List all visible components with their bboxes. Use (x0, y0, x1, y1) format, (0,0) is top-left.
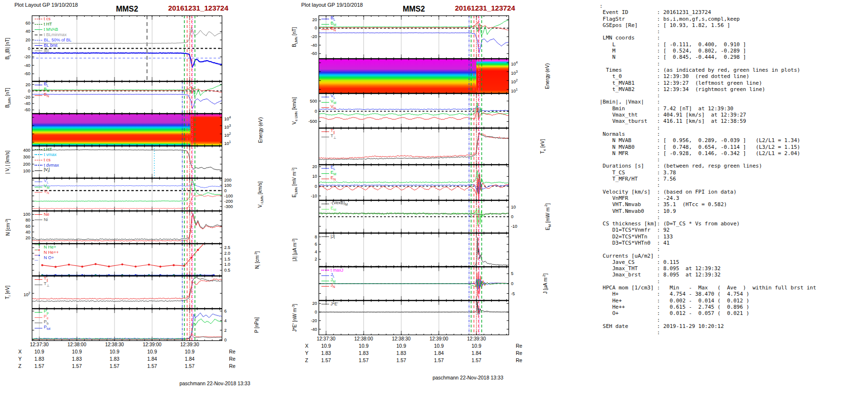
y-axis-label: EM [mW m-2] (544, 203, 551, 230)
x-tick-label: 12:38:00 (347, 336, 381, 341)
right-axis-gutter-j-mag (509, 233, 574, 267)
legend-line-sample (321, 304, 329, 304)
y-tick-label: -20 (24, 94, 30, 100)
left-time-axis: 12:37:3012:38:0012:38:3012:39:0012:39:30 (1, 341, 288, 348)
y-tick-label: -20 (24, 54, 30, 60)
left-axis-gutter-b-lmn: 200-20-40-60BLMN [nT] (288, 15, 319, 59)
vi-lmn-plot-group (32, 178, 222, 211)
legend-line-sample (35, 85, 42, 85)
panel-row-vexb-em: -(VexB)MEM100-10EM [mW m-2] (288, 200, 576, 233)
x-tick-label: 12:39:30 (460, 336, 493, 341)
position-value: 1.83 (387, 350, 416, 356)
right-axis-gutter-electron-spectrogram: 104103102101Energy (eV) (509, 59, 574, 93)
legend: VLVMVN (35, 179, 50, 195)
legend-line-sample (35, 317, 42, 318)
panel-frame (319, 234, 509, 267)
y-tick-label: 200 (23, 161, 30, 167)
legend-line-sample (35, 214, 42, 215)
position-unit: Re (229, 363, 235, 369)
y-axis-label: N [cm-3] (5, 219, 11, 235)
y-tick-label: 2 (224, 327, 227, 333)
legend-label: t BLminmax (44, 32, 67, 37)
legend-line-sample (35, 279, 42, 280)
legend-line-sample (35, 160, 42, 160)
legend-line-sample (35, 220, 42, 220)
legend-entry: Ne (35, 212, 50, 217)
y-tick-label: 0 (315, 183, 317, 189)
y-tick-label: 102 (224, 131, 231, 138)
y-tick-label: -60 (24, 71, 30, 77)
y-tick-label: -60 (311, 51, 317, 56)
plot-area-electron-temperature: T∥T⊥ (319, 128, 509, 165)
panel-frame (32, 244, 222, 276)
series-0-marker (41, 264, 43, 266)
position-value: 10.9 (25, 349, 54, 354)
event-info-panel: : Event ID : 20161231_123724 FlagStr : b… (576, 0, 868, 405)
plot-area-electron-spectrogram (319, 59, 509, 93)
plot-area-b-lmn: BLBMBN (319, 15, 509, 59)
legend-line-sample (321, 209, 329, 209)
panel-frame (32, 82, 222, 114)
position-unit: Re (516, 357, 522, 363)
y-tick-label: 100 (23, 211, 30, 217)
y-tick-label: -40 (24, 101, 30, 106)
j-lmn-plot-group (319, 267, 509, 300)
legend-entry: BL, 50% of BL (35, 38, 72, 42)
right-axis-gutter-density (222, 211, 288, 244)
position-value: 1.84 (175, 356, 204, 362)
plot-area-ion-temperature: T∥T⊥ (32, 276, 222, 309)
e-lmn-chart (319, 165, 509, 200)
y-tick-label: -500 (308, 118, 317, 124)
y-axis-label: J*E' [nW m-3] (292, 304, 297, 332)
right-axis-gutter-vi-mag (222, 146, 288, 178)
y-axis-label: Te [eV] (540, 139, 546, 154)
legend-label: t HT (44, 147, 52, 152)
y-tick-label: 100 (23, 168, 30, 174)
legend-label: Ne (44, 212, 50, 217)
panel-row-ve-lmn: 5000-500Ve LMN [km/s]VLVMVN (288, 93, 576, 128)
legend-entry: Ni (35, 217, 50, 222)
spectrogram-after (476, 59, 509, 93)
legend-entry: EM (321, 207, 348, 211)
middle-plot-column: Plot layout GP 19/10/2018 MMS2 20161231_… (288, 0, 576, 405)
plot-area-b-lmn: BLBMBN (32, 81, 222, 114)
y-tick-label: 0 (511, 214, 513, 220)
legend-label: EN (331, 175, 336, 182)
y-tick-label: 40 (26, 28, 30, 34)
vi-mag-plot-group (32, 146, 222, 178)
legend: PpPePbPtot (35, 310, 51, 331)
y-tick-label: 0 (315, 25, 317, 31)
position-row-X: X10.910.910.910.910.9Re (1, 348, 288, 355)
legend-line-sample (35, 182, 42, 182)
series-0-marker (108, 265, 110, 267)
series-2-line (319, 174, 509, 200)
legend-label: |B| (44, 48, 49, 53)
position-row-Z: Z1.571.571.571.571.57Re (1, 363, 288, 370)
series-0-line (42, 244, 204, 267)
position-value: 1.57 (63, 363, 91, 369)
legend-line-sample (35, 165, 42, 166)
plot-area-j-lmn: t maxJJLJMJN (319, 267, 509, 300)
right-axis-gutter-pressure: 6420P [nPa] (222, 309, 288, 341)
y-tick-label: 2.0 (224, 250, 230, 256)
left-axis-gutter-j-lmn (288, 267, 319, 300)
series-0-marker (173, 264, 175, 266)
series-1-line (32, 53, 222, 67)
series-0-line (32, 94, 222, 108)
left-axis-gutter-ion-temperature: 102Ti [eV] (1, 276, 32, 309)
position-value: 1.83 (349, 350, 378, 356)
legend-line-sample (35, 192, 42, 193)
legend-entry: |B| (35, 48, 72, 53)
legend-entry: BN (35, 93, 50, 98)
left-axis-gutter-bl-b: 6040200-20-40-60BL,|B| [nT] (1, 15, 32, 81)
series-0-marker (54, 266, 56, 268)
electron-spectrogram-plot-group (319, 59, 509, 93)
legend-label: BN (331, 26, 336, 33)
event-id-title: 20161231_123724 (126, 4, 270, 12)
position-value: 10.9 (387, 343, 416, 349)
position-row-label: X (305, 343, 308, 349)
legend-label: BL, 50% of BL (44, 38, 72, 42)
legend-line-sample (35, 187, 42, 187)
panel-row-electron-spectrogram: 104103102101Energy (eV) (288, 59, 576, 93)
y-tick-label: -40 (311, 327, 317, 332)
